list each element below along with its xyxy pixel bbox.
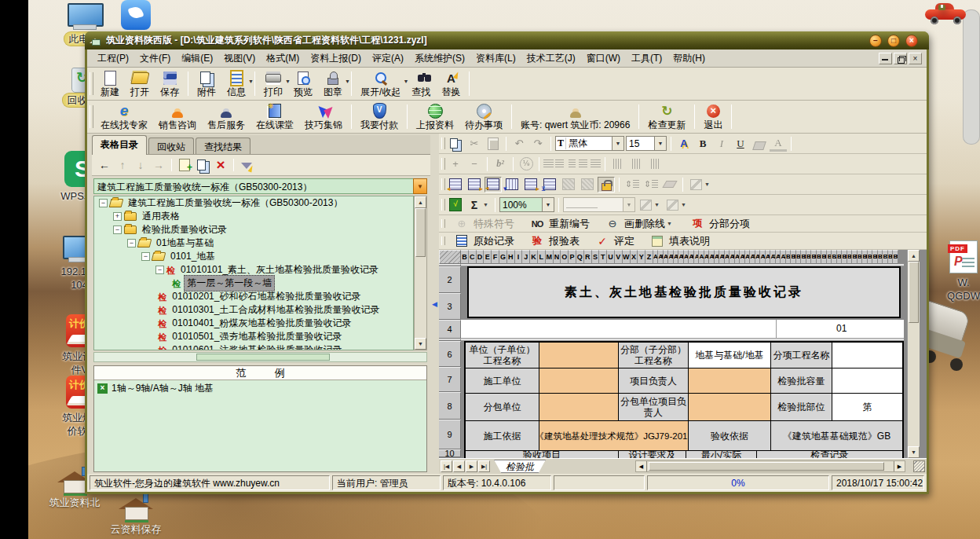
menu-item[interactable]: 系统维护(S) [409,50,470,67]
exit-button[interactable]: 退出 [698,101,728,133]
copy-node-button[interactable] [195,157,210,173]
standard-combobox[interactable]: 建筑工程施工质量验收统一标准（GB50300-2013） ▼ [93,178,427,194]
mdi-restore-button[interactable] [894,53,907,64]
check-update-button[interactable]: 检查更新 [642,101,691,133]
size-combobox[interactable]: 15▼ [626,136,667,151]
table-cell[interactable]: 分部（子分部）工程名称 [619,343,689,368]
scrollbar-thumb[interactable] [415,208,426,257]
renumber-button[interactable]: 重新编号 [522,216,596,232]
new-button[interactable]: 新建 [95,68,125,100]
scroll-down-icon[interactable]: ▼ [415,338,426,350]
chevron-down-icon[interactable]: ▼ [654,137,666,150]
column-header[interactable]: S [592,250,600,264]
table-cell[interactable] [832,343,902,368]
align-right-button[interactable] [579,160,589,169]
column-header[interactable]: Z [645,250,653,264]
stamp-button[interactable]: 图章▼ [318,68,348,100]
formula-button[interactable] [447,197,464,213]
column-header[interactable]: O [561,250,569,264]
nav-forward-button[interactable]: → [151,157,166,173]
account-button[interactable]: 账号: qwert 筑业币: 20966 [515,101,635,133]
split-column-button[interactable] [541,177,558,192]
mdi-close-button[interactable]: × [909,53,922,64]
column-header[interactable]: Y [638,250,645,264]
table-cell[interactable] [539,394,619,421]
menu-item[interactable]: 技术工艺(J) [521,50,581,67]
row-header[interactable]: 10 [439,449,461,457]
scroll-up-icon[interactable]: ▲ [415,196,426,208]
redo-button[interactable]: ↷ [529,136,547,152]
row-header[interactable]: 6 [439,341,461,367]
first-sheet-icon[interactable]: |◀ [441,460,452,472]
panel-splitter[interactable]: ◀ [430,134,439,474]
undo-button[interactable]: ↶ [510,136,528,152]
scrollbar-thumb[interactable] [196,354,330,361]
find-button[interactable]: 查找 [406,68,436,100]
attachment-button[interactable]: 附件 [192,68,221,100]
row-header[interactable]: 7 [439,367,461,392]
column-header[interactable]: Q [576,250,584,264]
column-header[interactable]: M [546,250,554,264]
preview-button[interactable]: 预览 [288,68,318,100]
chevron-down-icon[interactable]: ▼ [345,79,350,84]
table-cell[interactable]: 项目负责人 [619,368,689,394]
chevron-down-icon[interactable]: ▼ [612,137,623,150]
column-header[interactable]: W [623,250,631,264]
table-cell[interactable]: 验收依据 [689,421,771,451]
tab-回收站[interactable]: 回收站 [148,138,194,154]
tree-item[interactable]: 检第一层～第一段～墙 [94,277,413,290]
chevron-down-icon[interactable]: ▼ [681,202,689,207]
vertical-text-3-button[interactable] [647,156,664,172]
column-header[interactable]: L [538,250,546,264]
table-cell[interactable]: 分项工程名称 [771,343,832,368]
table-cell[interactable]: 检查记录 [757,451,902,458]
menu-item[interactable]: 窗口(W) [581,50,626,67]
sheet-corner[interactable] [439,250,461,264]
restore-button[interactable]: □ [887,35,900,47]
merge-cells-button[interactable] [485,177,502,192]
expand-collapse-button[interactable]: 展开/收起▼ [355,68,406,100]
chevron-down-icon[interactable]: ▼ [654,202,662,207]
align-distribute-button[interactable] [591,160,601,169]
next-sheet-icon[interactable]: ▶ [466,460,477,472]
row-header[interactable]: 4 [439,320,461,339]
tree-item[interactable]: −检验批质量验收记录 [94,223,413,236]
online-class-button[interactable]: 在线课堂 [250,101,299,133]
collapse-icon[interactable]: − [113,226,122,234]
table-cell[interactable]: 施工依据 [466,421,539,451]
report-form-button[interactable]: 报验表 [522,233,586,249]
row-spacing-1-button[interactable] [623,177,641,192]
italic-button[interactable]: I [713,136,730,152]
add-node-button[interactable] [177,157,192,173]
table-cell[interactable]: 《建筑地基处理技术规范》JGJ79-2012 [539,421,689,451]
menu-item[interactable]: 资料上报(D) [305,50,367,67]
tree-item[interactable]: 检01010401_粉煤灰地基检验批质量验收记录 [94,317,413,330]
column-header[interactable]: B [461,250,469,264]
column-header[interactable]: T [599,250,607,264]
tree-item[interactable]: −01地基与基础 [94,236,413,250]
increase-button[interactable]: + [447,156,464,172]
mdi-minimize-button[interactable] [879,53,892,64]
tree-item[interactable]: 检01010301_土工合成材料地基检验批质量验收记录 [94,303,413,317]
column-header[interactable]: C [469,250,477,264]
desktop-icon-cloud-save[interactable]: 云资料保存 [108,489,163,536]
sum-button[interactable] [466,197,483,213]
column-header[interactable]: BV [893,250,898,264]
column-header[interactable]: H [507,250,515,264]
shading-color-button[interactable] [664,197,681,213]
row-spacing-2-button[interactable] [642,177,660,192]
tab-查找结果[interactable]: 查找结果 [196,138,250,154]
row-header[interactable]: 9 [439,420,461,449]
replace-button[interactable]: 替换 [436,68,466,100]
table-cell[interactable] [689,394,771,421]
paste-button[interactable] [485,136,502,152]
row-header[interactable]: 3 [439,293,461,320]
vertical-text-2-button[interactable] [628,156,645,172]
chevron-down-icon[interactable]: ▼ [483,202,491,207]
upload-data-button[interactable]: 上报资料 [411,101,459,133]
font-combobox[interactable]: T黑体▼ [555,136,624,151]
after-sale-button[interactable]: 售后服务 [202,101,250,133]
table-op-2-button[interactable] [579,177,596,192]
insert-right-button[interactable] [466,177,483,192]
line-combobox[interactable]: ▼ [563,197,635,212]
